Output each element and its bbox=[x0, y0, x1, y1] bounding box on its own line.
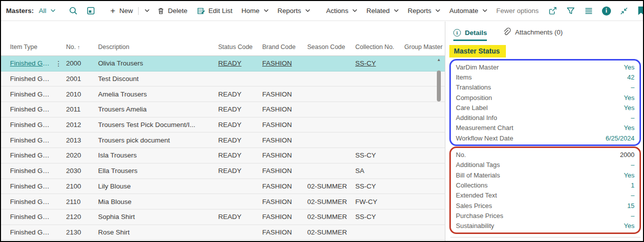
scroll-up-icon[interactable]: ▲ bbox=[436, 58, 442, 62]
table-row[interactable]: Finished Goods ⋮ 2012 Trousers Test Pick… bbox=[1, 118, 445, 133]
field-value[interactable]: Yes bbox=[624, 222, 634, 230]
column-header-group-master[interactable]: Group Master bbox=[404, 44, 445, 50]
description-cell[interactable]: Test Discount bbox=[98, 75, 218, 82]
table-row[interactable]: Finished Goods ⋮ 2013 Trousers pick docu… bbox=[1, 132, 445, 148]
tab-details[interactable]: i Details bbox=[453, 29, 487, 41]
item-type-link[interactable]: Finished Goods bbox=[10, 213, 55, 220]
no-cell[interactable]: 2012 bbox=[66, 121, 98, 128]
factbox-field-row[interactable]: Bill of Materials Yes bbox=[456, 170, 634, 180]
automate-menu[interactable]: Automate bbox=[449, 7, 487, 14]
factbox-field-row[interactable]: No. 2000 bbox=[456, 150, 634, 160]
no-cell[interactable]: 2001 bbox=[66, 75, 98, 82]
collection-no-cell[interactable]: SS-CY bbox=[355, 60, 404, 67]
no-cell[interactable]: 2011 bbox=[66, 106, 98, 113]
no-cell[interactable]: 2120 bbox=[66, 213, 98, 220]
item-type-link[interactable]: Finished Goods bbox=[10, 136, 55, 144]
item-type-link[interactable]: Finished Goods bbox=[10, 167, 55, 174]
factbox-field-row[interactable]: Extended Text – bbox=[456, 190, 634, 200]
brand-code-cell[interactable]: FASHION bbox=[262, 90, 307, 98]
status-code-cell[interactable]: READY bbox=[218, 90, 262, 98]
delete-button[interactable]: Delete bbox=[157, 6, 188, 16]
field-value[interactable]: – bbox=[631, 192, 634, 199]
search-button[interactable] bbox=[69, 6, 78, 16]
season-code-cell[interactable]: 02-SUMMER bbox=[307, 182, 355, 190]
no-cell[interactable]: 2000 bbox=[66, 60, 98, 67]
factbox-field-row[interactable]: Care Label Yes bbox=[456, 102, 634, 112]
no-cell[interactable]: 2020 bbox=[66, 152, 98, 159]
column-header-status-code[interactable]: Status Code bbox=[218, 44, 262, 50]
table-row[interactable]: Finished Goods ⋮ 2020 Isla Trousers READ… bbox=[1, 148, 445, 164]
bookmark-button[interactable] bbox=[637, 6, 644, 16]
related-menu[interactable]: Related bbox=[366, 7, 399, 14]
field-value[interactable]: 6/25/2024 bbox=[605, 134, 634, 142]
list-view-button[interactable] bbox=[584, 6, 593, 16]
column-header-brand-code[interactable]: Brand Code bbox=[262, 44, 307, 50]
table-row[interactable]: Finished Goods ⋮ 2130 Rose Shirt FASHION… bbox=[1, 225, 445, 240]
column-header-no[interactable]: No.↑ bbox=[66, 44, 98, 50]
collection-no-cell[interactable]: SS-CY bbox=[355, 152, 404, 159]
item-type-link[interactable]: Finished Goods bbox=[10, 60, 55, 67]
field-value[interactable]: – bbox=[631, 212, 634, 220]
row-ellipsis-icon[interactable]: ⋮ bbox=[55, 60, 61, 68]
field-value[interactable]: Yes bbox=[624, 104, 634, 112]
no-cell[interactable]: 2100 bbox=[66, 182, 98, 190]
factbox-field-row[interactable]: Items 42 bbox=[456, 72, 634, 82]
no-cell[interactable]: 2030 bbox=[66, 167, 98, 174]
no-cell[interactable]: 2130 bbox=[66, 228, 98, 236]
season-code-cell[interactable]: 02-SUMMER bbox=[307, 228, 355, 236]
item-type-link[interactable]: Finished Goods bbox=[10, 198, 55, 206]
item-type-link[interactable]: Finished Goods bbox=[10, 121, 55, 128]
scrollbar-thumb[interactable] bbox=[437, 70, 441, 102]
view-filter-button[interactable]: All bbox=[39, 7, 56, 14]
field-value[interactable]: Yes bbox=[624, 64, 634, 71]
brand-code-cell[interactable]: FASHION bbox=[262, 136, 307, 144]
tab-attachments[interactable]: Attachments (0) bbox=[502, 28, 562, 41]
factbox-field-row[interactable]: Translations – bbox=[456, 82, 634, 92]
table-scrollbar[interactable]: ▲ bbox=[436, 56, 442, 241]
table-row[interactable]: Finished Goods ⋮ 2100 Lily Blouse FASHIO… bbox=[1, 179, 445, 194]
status-code-cell[interactable]: READY bbox=[218, 167, 262, 174]
field-value[interactable]: 42 bbox=[627, 74, 634, 81]
field-value[interactable]: 15 bbox=[627, 202, 634, 210]
description-cell[interactable]: Sophia Shirt bbox=[98, 213, 218, 220]
item-type-link[interactable]: Finished Goods bbox=[10, 152, 55, 159]
table-row[interactable]: Finished Goods ⋮ 2011 Trousers Amelia RE… bbox=[1, 102, 445, 118]
table-row[interactable]: Finished Goods ⋮ 2000 Olivia Trousers RE… bbox=[1, 56, 445, 72]
table-row[interactable]: Finished Goods ⋮ 2030 Ella Trousers READ… bbox=[1, 164, 445, 179]
factbox-field-row[interactable]: Purchase Prices – bbox=[456, 210, 634, 220]
brand-code-cell[interactable]: FASHION bbox=[262, 121, 307, 128]
collection-no-cell[interactable]: SS-CY bbox=[355, 213, 404, 220]
brand-code-cell[interactable]: FASHION bbox=[262, 106, 307, 113]
item-type-link[interactable]: Finished Goods bbox=[10, 228, 55, 236]
description-cell[interactable]: Trousers Test Pick Document/I... bbox=[98, 121, 218, 128]
column-header-item-type[interactable]: Item Type bbox=[1, 44, 66, 50]
field-value[interactable]: – bbox=[631, 84, 634, 91]
brand-code-cell[interactable]: FASHION bbox=[262, 213, 307, 220]
description-cell[interactable]: Trousers pick document bbox=[98, 136, 218, 144]
new-button[interactable]: + New bbox=[111, 6, 150, 15]
status-code-cell[interactable]: READY bbox=[218, 213, 262, 220]
factbox-field-row[interactable]: VarDim Master Yes bbox=[456, 62, 634, 72]
description-cell[interactable]: Amelia Trousers bbox=[98, 90, 218, 98]
column-header-description[interactable]: Description bbox=[98, 44, 218, 50]
field-value[interactable]: Yes bbox=[624, 124, 634, 132]
field-value[interactable]: Yes bbox=[624, 94, 634, 102]
collapse-pane-button[interactable] bbox=[619, 6, 628, 16]
factbox-field-row[interactable]: Sustainability Yes bbox=[456, 220, 634, 230]
factbox-field-row[interactable]: Measurement Chart Yes bbox=[456, 123, 634, 133]
collection-no-cell[interactable]: FW-CY bbox=[355, 198, 404, 206]
table-row[interactable]: Finished Goods ⋮ 2110 Mia Blouse FASHION… bbox=[1, 194, 445, 210]
table-row[interactable]: Finished Goods ⋮ 2001 Test Discount bbox=[1, 72, 445, 87]
brand-code-cell[interactable]: FASHION bbox=[262, 152, 307, 159]
no-cell[interactable]: 2013 bbox=[66, 136, 98, 144]
factbox-field-row[interactable]: Workflow Next Date 6/25/2024 bbox=[456, 133, 634, 143]
brand-code-cell[interactable]: FASHION bbox=[262, 167, 307, 174]
reports-menu[interactable]: Reports bbox=[278, 7, 310, 14]
table-row[interactable]: Finished Goods ⋮ 2120 Sophia Shirt READY… bbox=[1, 210, 445, 225]
table-row[interactable]: Finished Goods ⋮ 2010 Amelia Trousers RE… bbox=[1, 86, 445, 102]
description-cell[interactable]: Isla Trousers bbox=[98, 152, 218, 159]
season-code-cell[interactable]: 02-SUMMER bbox=[307, 213, 355, 220]
collection-no-cell[interactable]: SS-CY bbox=[355, 182, 404, 190]
field-value[interactable]: Yes bbox=[624, 172, 634, 179]
description-cell[interactable]: Olivia Trousers bbox=[98, 60, 218, 67]
